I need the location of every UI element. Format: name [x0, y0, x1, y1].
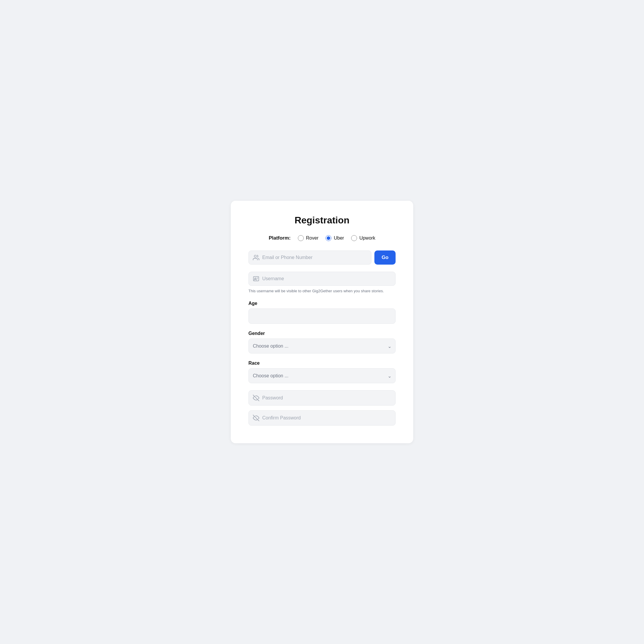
platform-option-uber[interactable]: Uber — [326, 235, 344, 241]
confirm-eye-slash-icon: path{fill:none;stroke:#9ca3af;stroke-wid… — [253, 415, 259, 421]
platform-row: Platform: Rover Uber Upwork — [248, 235, 396, 241]
platform-option-rover[interactable]: Rover — [298, 235, 319, 241]
platform-label-uber: Uber — [334, 235, 344, 241]
platform-option-upwork[interactable]: Upwork — [351, 235, 375, 241]
password-input-wrapper: path{fill:none;stroke:#9ca3af;stroke-wid… — [248, 390, 396, 406]
email-input[interactable] — [262, 251, 367, 264]
gender-select[interactable]: Choose option ... Male Female Non-binary… — [248, 338, 396, 353]
email-row: path,circle{fill:none;stroke:#9ca3af;str… — [248, 250, 396, 265]
platform-label-upwork: Upwork — [359, 235, 375, 241]
go-button[interactable]: Go — [374, 250, 396, 265]
username-input[interactable] — [262, 272, 391, 286]
race-select-wrapper: Choose option ... Asian Black or African… — [248, 368, 396, 383]
platform-label: Platform: — [269, 235, 291, 241]
gender-label: Gender — [248, 331, 396, 336]
email-input-wrapper: path,circle{fill:none;stroke:#9ca3af;str… — [248, 250, 371, 265]
svg-point-0 — [254, 255, 256, 257]
age-field-group: Age — [248, 301, 396, 324]
race-field-group: Race Choose option ... Asian Black or Af… — [248, 361, 396, 383]
platform-radio-rover[interactable] — [298, 235, 304, 241]
username-wrapper: rect,circle,path,line{fill:none;stroke:#… — [248, 272, 396, 286]
age-input[interactable] — [248, 308, 396, 324]
gender-select-wrapper: Choose option ... Male Female Non-binary… — [248, 338, 396, 353]
user-card-icon: rect,circle,path,line{fill:none;stroke:#… — [253, 275, 259, 282]
page-title: Registration — [248, 215, 396, 226]
svg-point-2 — [255, 278, 256, 279]
platform-radio-upwork[interactable] — [351, 235, 357, 241]
race-select[interactable]: Choose option ... Asian Black or African… — [248, 368, 396, 383]
password-input[interactable] — [262, 391, 391, 405]
username-hint: This username will be visible to other G… — [248, 288, 396, 294]
registration-card: Registration Platform: Rover Uber Upwork… — [231, 201, 413, 444]
platform-radio-uber[interactable] — [326, 235, 331, 241]
username-input-wrapper: rect,circle,path,line{fill:none;stroke:#… — [248, 272, 396, 286]
eye-slash-icon: path{fill:none;stroke:#9ca3af;stroke-wid… — [253, 395, 259, 401]
age-label: Age — [248, 301, 396, 306]
platform-label-rover: Rover — [306, 235, 319, 241]
contact-icon: path,circle{fill:none;stroke:#9ca3af;str… — [253, 254, 259, 261]
race-label: Race — [248, 361, 396, 366]
confirm-password-input-wrapper: path{fill:none;stroke:#9ca3af;stroke-wid… — [248, 410, 396, 426]
confirm-password-input[interactable] — [262, 411, 391, 425]
gender-field-group: Gender Choose option ... Male Female Non… — [248, 331, 396, 353]
